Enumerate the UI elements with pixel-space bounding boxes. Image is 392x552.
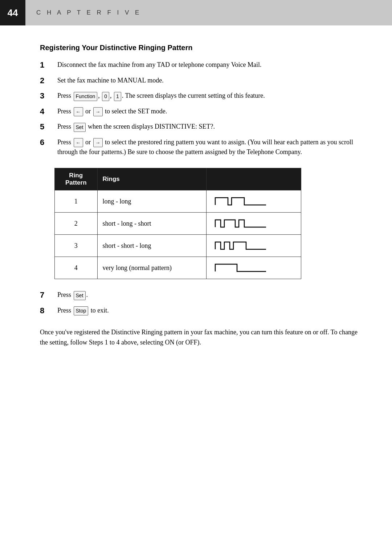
right-arrow-key-6: → (93, 138, 103, 147)
step-text-2: Set the fax machine to MANUAL mode. (57, 76, 359, 85)
step-text-1: Disconnect the fax machine from any TAD … (57, 60, 359, 70)
ring-pattern-table: RingPattern Rings 1 long - long (54, 168, 301, 279)
function-key: Function (74, 92, 98, 101)
stop-key-8: Stop (74, 306, 89, 315)
header-bar: 44 C H A P T E R F I V E (0, 0, 392, 25)
step-text-4: Press ← or → to select the SET mode. (57, 106, 359, 116)
step-text-8: Press Stop to exit. (57, 306, 359, 315)
step-3: 3 Press Function, 0, 1. The screen displ… (40, 91, 359, 101)
rings-description-3: short - short - long (97, 235, 206, 257)
pattern-number-4: 4 (55, 257, 98, 279)
key-0: 0 (102, 92, 109, 101)
step-8: 8 Press Stop to exit. (40, 306, 359, 316)
table-row-2: 2 short - long - short (55, 213, 301, 235)
col-header-rings: Rings (97, 168, 206, 190)
main-content: Registering Your Distinctive Ringing Pat… (0, 25, 392, 366)
steps-list-2: 7 Press Set. 8 Press Stop to exit. (40, 290, 359, 316)
key-1: 1 (114, 92, 121, 101)
step-6: 6 Press ← or → to select the prestored r… (40, 137, 359, 157)
step-number-3: 3 (40, 91, 54, 101)
step-number-4: 4 (40, 106, 54, 117)
table-header-row: RingPattern Rings (55, 168, 301, 190)
chapter-title: C H A P T E R F I V E (36, 9, 141, 16)
set-key-7: Set (74, 291, 86, 300)
col-header-ring-pattern: RingPattern (55, 168, 98, 190)
section-title: Registering Your Distinctive Ringing Pat… (40, 44, 359, 52)
pattern-number-3: 3 (55, 235, 98, 257)
steps-list: 1 Disconnect the fax machine from any TA… (40, 60, 359, 157)
rings-visual-2 (206, 213, 301, 235)
step-text-6: Press ← or → to select the prestored rin… (57, 137, 359, 157)
pattern-number-2: 2 (55, 213, 98, 235)
col-header-visual (206, 168, 301, 190)
left-arrow-key-6: ← (74, 138, 83, 147)
step-number-8: 8 (40, 306, 54, 316)
table-row-4: 4 very long (normal pattern) (55, 257, 301, 279)
step-number-6: 6 (40, 137, 54, 148)
closing-paragraph: Once you've registered the Distinctive R… (40, 327, 359, 348)
step-text-7: Press Set. (57, 290, 359, 300)
set-key-5: Set (74, 123, 86, 132)
step-4: 4 Press ← or → to select the SET mode. (40, 106, 359, 117)
rings-description-1: long - long (97, 190, 206, 213)
page-number: 44 (0, 0, 25, 25)
right-arrow-key-4: → (93, 107, 103, 116)
step-2: 2 Set the fax machine to MANUAL mode. (40, 76, 359, 86)
pattern-number-1: 1 (55, 190, 98, 213)
step-7: 7 Press Set. (40, 290, 359, 301)
table-row-1: 1 long - long (55, 190, 301, 213)
rings-visual-3 (206, 235, 301, 257)
step-number-7: 7 (40, 290, 54, 301)
page: 44 C H A P T E R F I V E Registering You… (0, 0, 392, 552)
rings-description-4: very long (normal pattern) (97, 257, 206, 279)
table-row-3: 3 short - short - long (55, 235, 301, 257)
rings-description-2: short - long - short (97, 213, 206, 235)
step-number-5: 5 (40, 122, 54, 132)
step-1: 1 Disconnect the fax machine from any TA… (40, 60, 359, 70)
step-number-2: 2 (40, 76, 54, 86)
rings-visual-4 (206, 257, 301, 279)
left-arrow-key-4: ← (74, 107, 83, 116)
step-number-1: 1 (40, 60, 54, 70)
step-text-3: Press Function, 0, 1. The screen display… (57, 91, 359, 101)
step-5: 5 Press Set when the screen displays DIS… (40, 122, 359, 132)
step-text-5: Press Set when the screen displays DISTI… (57, 122, 359, 132)
rings-visual-1 (206, 190, 301, 213)
